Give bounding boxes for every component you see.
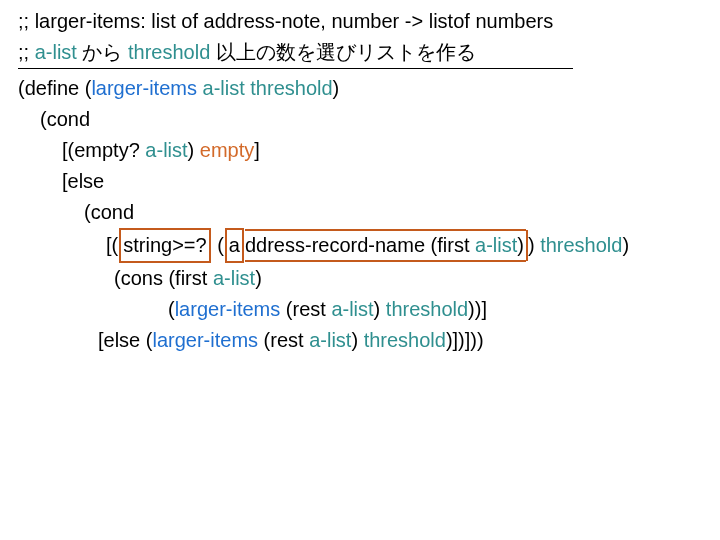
code-line-cons: (cons (first a-list) (18, 263, 720, 294)
code-text: ) (528, 234, 540, 256)
code-text: ) (255, 267, 262, 289)
comment-text: ;; larger-items: list of address-note, n… (18, 10, 553, 32)
code-line-define: (define (larger-items a-list threshold) (18, 73, 720, 104)
fn-name: larger-items (175, 298, 281, 320)
arg-a-list: a-list (309, 329, 351, 351)
comment-line-1: ;; larger-items: list of address-note, n… (18, 6, 553, 37)
arg-threshold: threshold (250, 77, 332, 99)
code-line-recurse-1: (larger-items (rest a-list) threshold))] (18, 294, 720, 325)
code-text: ))] (468, 298, 487, 320)
fn-name: larger-items (152, 329, 258, 351)
code-text: ) (333, 77, 340, 99)
code-line-else: [else (18, 166, 720, 197)
box-text: a (229, 234, 240, 256)
arg-threshold: threshold (386, 298, 468, 320)
empty-literal: empty (200, 139, 254, 161)
code-text: [else (62, 170, 104, 192)
code-text: ] (254, 139, 260, 161)
code-text: (cond (40, 108, 90, 130)
code-text: ) (374, 298, 386, 320)
arg-a-list: a-list (331, 298, 373, 320)
arg-a-list: a-list (213, 267, 255, 289)
code-text: [else ( (98, 329, 152, 351)
code-text: ( (212, 234, 224, 256)
arg-threshold: threshold (364, 329, 446, 351)
code-text: ) (517, 234, 524, 256)
comment-arg-threshold: threshold (128, 41, 210, 63)
box-text: string>=? (123, 234, 206, 256)
arg-a-list: a-list (475, 234, 517, 256)
code-line-empty-case: [(empty? a-list) empty] (18, 135, 720, 166)
fn-name: larger-items (91, 77, 197, 99)
comment-block: ;; larger-items: list of address-note, n… (18, 6, 573, 69)
code-text: (cons (first (114, 267, 213, 289)
comment-prefix: ;; (18, 41, 35, 63)
comment-mid: から (77, 41, 128, 63)
code-text: ) (622, 234, 629, 256)
code-text: [( (106, 234, 118, 256)
code-text: (cond (84, 201, 134, 223)
code-slide: ;; larger-items: list of address-note, n… (0, 0, 720, 540)
comment-line-2: ;; a-list から threshold 以上の数を選びリストを作る (18, 37, 553, 68)
box-text: ddress-record-name (first (245, 234, 475, 256)
code-text: (define ( (18, 77, 91, 99)
code-text: ( (168, 298, 175, 320)
code-text: (rest (258, 329, 309, 351)
arg-a-list: a-list (145, 139, 187, 161)
code-line-predicate: [(string>=? (address-record-name (first … (18, 228, 720, 263)
comment-arg-a-list: a-list (35, 41, 77, 63)
code-line-inner-cond: (cond (18, 197, 720, 228)
code-text: ) (351, 329, 363, 351)
code-text: [(empty? (62, 139, 145, 161)
highlight-box-left-initial: a (225, 228, 244, 263)
code-text: )])])) (446, 329, 484, 351)
code-line-cond: (cond (18, 104, 720, 135)
arg-threshold: threshold (540, 234, 622, 256)
highlight-box-string-ge: string>=? (119, 228, 210, 263)
code-line-recurse-2: [else (larger-items (rest a-list) thresh… (18, 325, 720, 356)
arg-a-list: a-list (203, 77, 245, 99)
code-text: (rest (280, 298, 331, 320)
comment-suffix: 以上の数を選びリストを作る (210, 41, 476, 63)
code-text: ) (188, 139, 200, 161)
highlight-box-accessor: ddress-record-name (first a-list) (245, 230, 528, 261)
